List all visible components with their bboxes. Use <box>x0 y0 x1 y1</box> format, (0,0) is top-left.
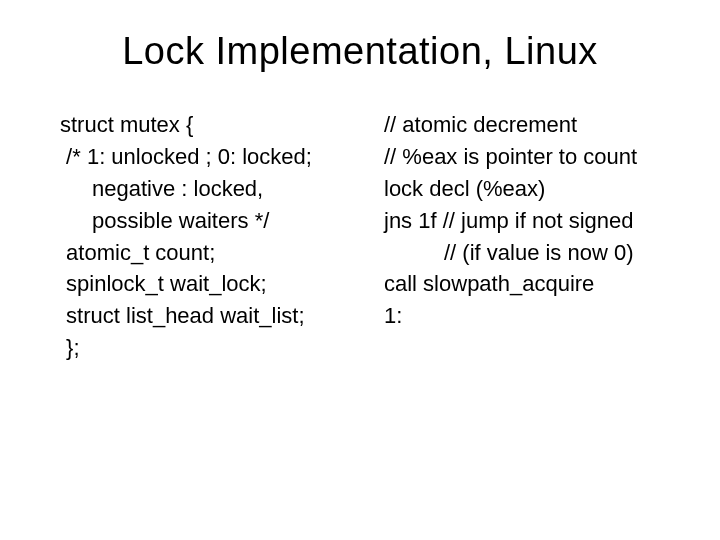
code-line: // atomic decrement <box>384 109 672 141</box>
slide-title: Lock Implementation, Linux <box>60 30 660 73</box>
code-line: atomic_t count; <box>60 237 372 269</box>
code-line: // (if value is now 0) <box>384 237 672 269</box>
code-line: struct mutex { <box>60 109 372 141</box>
code-line: possible waiters */ <box>60 205 372 237</box>
code-line: lock decl (%eax) <box>384 173 672 205</box>
code-line: 1: <box>384 300 672 332</box>
code-line: }; <box>60 332 372 364</box>
code-line: struct list_head wait_list; <box>60 300 372 332</box>
code-line: /* 1: unlocked ; 0: locked; <box>60 141 372 173</box>
right-column: // atomic decrement // %eax is pointer t… <box>384 109 672 364</box>
code-line: // %eax is pointer to count <box>384 141 672 173</box>
code-line: spinlock_t wait_lock; <box>60 268 372 300</box>
left-column: struct mutex { /* 1: unlocked ; 0: locke… <box>60 109 372 364</box>
code-line: negative : locked, <box>60 173 372 205</box>
slide-content: struct mutex { /* 1: unlocked ; 0: locke… <box>60 109 660 364</box>
code-line: call slowpath_acquire <box>384 268 672 300</box>
code-line: jns 1f // jump if not signed <box>384 205 672 237</box>
